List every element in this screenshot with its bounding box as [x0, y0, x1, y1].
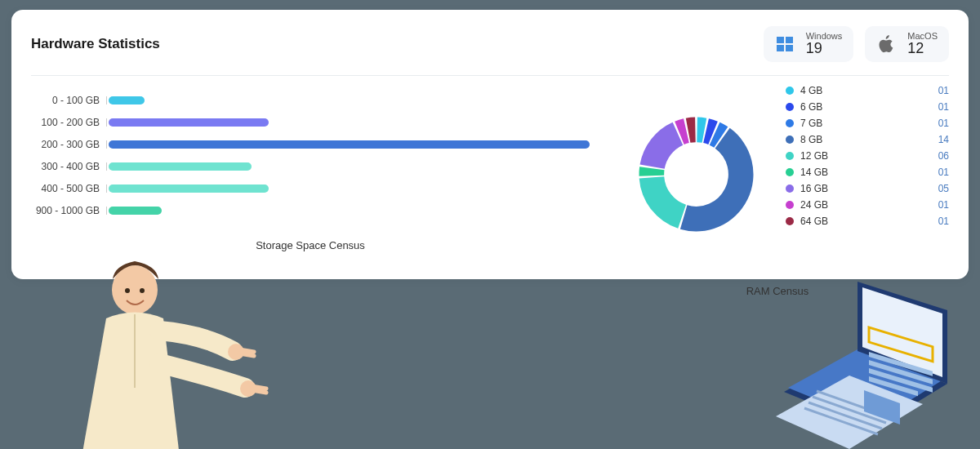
bar-label: 100 - 200 GB	[31, 117, 106, 128]
hardware-stats-card: Hardware Statistics Windows 19 MacOS 12	[11, 10, 969, 279]
donut-slice	[679, 128, 753, 232]
svg-rect-3	[786, 45, 793, 51]
legend-label: 16 GB	[800, 183, 828, 194]
legend-dot	[786, 184, 794, 193]
donut-slice	[639, 176, 685, 229]
bar-label: 900 - 1000 GB	[31, 205, 106, 216]
svg-marker-12	[862, 287, 942, 377]
bar-track	[106, 184, 590, 193]
legend-count: 01	[938, 85, 949, 96]
svg-rect-1	[786, 37, 793, 43]
legend-dot	[786, 136, 794, 144]
legend-row: 14 GB01	[786, 164, 949, 180]
legend-dot	[786, 152, 794, 160]
svg-line-21	[813, 397, 886, 423]
bar-fill	[109, 162, 252, 171]
svg-marker-23	[864, 390, 900, 425]
card-header: Hardware Statistics Windows 19 MacOS 12	[31, 26, 949, 76]
ram-caption: RAM Census	[606, 285, 949, 297]
storage-chart: 0 - 100 GB100 - 200 GB200 - 300 GB300 - …	[31, 81, 590, 265]
donut-slice	[639, 122, 683, 169]
legend-dot	[786, 87, 794, 95]
svg-line-20	[808, 402, 882, 429]
storage-bar-row: 0 - 100 GB	[31, 89, 590, 111]
svg-marker-18	[776, 376, 923, 449]
bar-track	[106, 118, 590, 127]
card-title: Hardware Statistics	[31, 36, 160, 52]
svg-point-8	[240, 380, 256, 397]
svg-rect-14	[869, 352, 933, 376]
os-stats: Windows 19 MacOS 12	[764, 26, 949, 62]
storage-bar-row: 200 - 300 GB	[31, 133, 590, 155]
svg-rect-17	[869, 376, 918, 396]
svg-point-7	[228, 344, 244, 360]
legend-count: 06	[938, 150, 949, 162]
bar-fill	[109, 96, 145, 104]
legend-row: 64 GB01	[786, 213, 949, 229]
bar-label: 300 - 400 GB	[31, 161, 106, 172]
bar-fill	[109, 184, 269, 193]
bar-track	[106, 96, 590, 104]
windows-icon	[772, 31, 798, 57]
legend-label: 4 GB	[800, 85, 822, 96]
legend-row: 8 GB14	[786, 131, 949, 148]
legend-dot	[786, 201, 794, 209]
legend-label: 64 GB	[800, 216, 828, 227]
svg-marker-10	[788, 349, 943, 423]
storage-bar-row: 300 - 400 GB	[31, 155, 590, 177]
legend-count: 01	[938, 199, 949, 211]
legend-row: 16 GB05	[786, 180, 949, 197]
legend-dot	[786, 119, 794, 127]
legend-count: 05	[938, 183, 949, 194]
storage-bar-row: 400 - 500 GB	[31, 177, 590, 199]
legend-label: 6 GB	[800, 101, 822, 113]
storage-bar-row: 900 - 1000 GB	[31, 199, 590, 221]
bar-fill	[109, 140, 590, 149]
legend-count: 14	[938, 134, 949, 145]
svg-rect-15	[869, 360, 933, 385]
legend-row: 6 GB01	[786, 99, 949, 115]
legend-dot	[786, 217, 794, 225]
legend-dot	[786, 103, 794, 111]
svg-line-22	[817, 391, 890, 417]
legend-label: 24 GB	[800, 199, 828, 211]
legend-row: 4 GB01	[786, 82, 949, 99]
legend-count: 01	[938, 118, 949, 129]
apple-icon	[873, 31, 899, 57]
bar-fill	[109, 118, 269, 127]
storage-bar-row: 100 - 200 GB	[31, 111, 590, 133]
legend-label: 14 GB	[800, 167, 828, 178]
os-macos: MacOS 12	[865, 26, 949, 62]
legend-dot	[786, 168, 794, 176]
bar-label: 0 - 100 GB	[31, 95, 106, 106]
legend-count: 01	[938, 216, 949, 227]
legend-count: 01	[938, 167, 949, 178]
os-count: 19	[806, 41, 843, 57]
os-count: 12	[907, 41, 938, 57]
svg-rect-0	[777, 37, 784, 43]
legend-row: 24 GB01	[786, 197, 949, 213]
storage-caption: Storage Space Census	[31, 239, 590, 251]
donut-slice	[639, 167, 664, 176]
legend-row: 12 GB06	[786, 148, 949, 164]
svg-point-6	[140, 288, 145, 293]
svg-line-19	[804, 408, 878, 434]
legend-label: 12 GB	[800, 150, 828, 162]
svg-marker-9	[784, 351, 947, 429]
bar-label: 200 - 300 GB	[31, 139, 106, 150]
bar-label: 400 - 500 GB	[31, 183, 106, 194]
legend-count: 01	[938, 101, 949, 113]
bar-track	[106, 207, 590, 215]
svg-rect-16	[869, 368, 933, 393]
bar-track	[106, 162, 590, 171]
ram-chart: 4 GB016 GB017 GB018 GB1412 GB0614 GB0116…	[606, 81, 949, 265]
ram-donut	[606, 81, 786, 265]
svg-point-5	[125, 288, 130, 293]
bar-fill	[109, 207, 162, 215]
svg-rect-13	[869, 327, 933, 362]
bar-track	[106, 140, 590, 149]
svg-rect-2	[777, 45, 784, 51]
legend-label: 8 GB	[800, 134, 822, 145]
legend-label: 7 GB	[800, 118, 822, 129]
os-windows: Windows 19	[764, 26, 854, 62]
